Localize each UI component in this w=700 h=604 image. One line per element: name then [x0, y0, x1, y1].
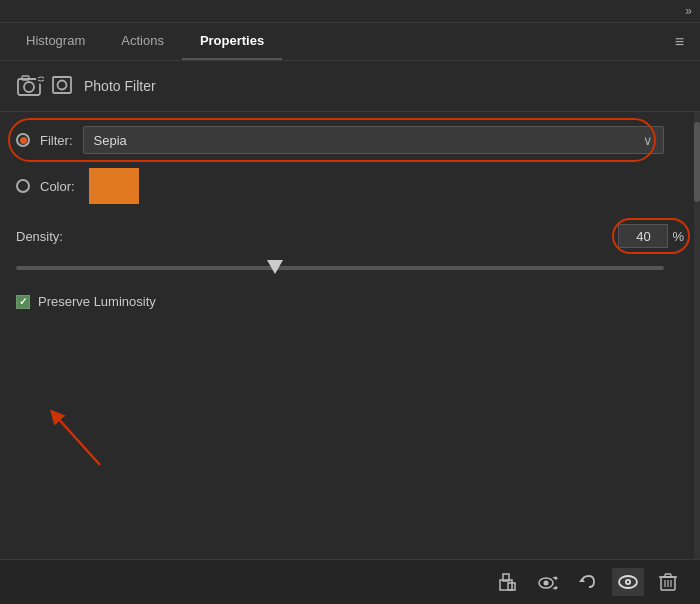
layer-icon [52, 76, 74, 96]
tab-properties[interactable]: Properties [182, 23, 282, 60]
density-label: Density: [16, 229, 618, 244]
preserve-luminosity-checkbox[interactable]: ✓ [16, 295, 30, 309]
density-slider-track[interactable] [16, 266, 664, 270]
density-row: Density: % [16, 224, 684, 248]
stamp-icon [498, 572, 518, 592]
slider-container [16, 256, 664, 274]
svg-point-11 [544, 581, 549, 586]
svg-point-17 [627, 581, 629, 583]
color-row: Color: [16, 168, 684, 204]
svg-marker-14 [579, 578, 585, 582]
bottom-toolbar [0, 559, 700, 604]
undo-button[interactable] [572, 568, 604, 596]
preserve-luminosity-label: Preserve Luminosity [38, 294, 156, 309]
camera-arrows-icon [16, 73, 48, 99]
filter-value: Sepia [94, 133, 127, 148]
trash-button[interactable] [652, 568, 684, 596]
checkbox-check-icon: ✓ [19, 297, 27, 307]
svg-point-3 [36, 74, 46, 84]
svg-rect-2 [22, 76, 29, 80]
filter-dropdown[interactable]: Sepia ∨ [83, 126, 665, 154]
svg-line-6 [55, 415, 100, 465]
visibility-group-button[interactable] [532, 568, 564, 596]
arrow-annotation [40, 395, 120, 479]
filter-row: Filter: Sepia ∨ [16, 126, 664, 154]
svg-point-1 [24, 82, 34, 92]
dropdown-arrow-icon: ∨ [643, 133, 653, 148]
color-label: Color: [40, 179, 75, 194]
stamp-button[interactable] [492, 568, 524, 596]
svg-rect-20 [665, 574, 671, 577]
main-panel: » Histogram Actions Properties ≡ [0, 0, 700, 604]
panel-title: Photo Filter [84, 78, 156, 94]
chevron-icon: » [685, 4, 692, 18]
color-swatch[interactable] [89, 168, 139, 204]
svg-point-5 [58, 81, 67, 90]
panel-header: Photo Filter [0, 61, 700, 112]
eye-arrows-icon [537, 572, 559, 592]
density-input[interactable] [618, 224, 668, 248]
tab-actions[interactable]: Actions [103, 23, 182, 60]
density-value-container: % [618, 224, 684, 248]
top-bar: » [0, 0, 700, 23]
scrollbar-thumb[interactable] [694, 122, 700, 202]
density-slider-thumb[interactable] [267, 260, 283, 274]
annotation-arrow-icon [40, 395, 120, 475]
svg-rect-4 [53, 77, 71, 93]
filter-radio[interactable] [16, 133, 30, 147]
eye-button[interactable] [612, 568, 644, 596]
camera-icon-group [16, 73, 74, 99]
menu-icon[interactable]: ≡ [667, 25, 692, 59]
tabs-bar: Histogram Actions Properties ≡ [0, 23, 700, 61]
trash-icon [659, 572, 677, 592]
luminosity-row: ✓ Preserve Luminosity [16, 294, 684, 309]
scrollbar[interactable] [694, 112, 700, 559]
density-unit: % [672, 229, 684, 244]
content-area: Filter: Sepia ∨ Color: Density: % [0, 112, 700, 559]
tab-histogram[interactable]: Histogram [8, 23, 103, 60]
filter-label: Filter: [40, 133, 73, 148]
eye-icon [617, 573, 639, 591]
undo-icon [578, 572, 598, 592]
color-radio[interactable] [16, 179, 30, 193]
